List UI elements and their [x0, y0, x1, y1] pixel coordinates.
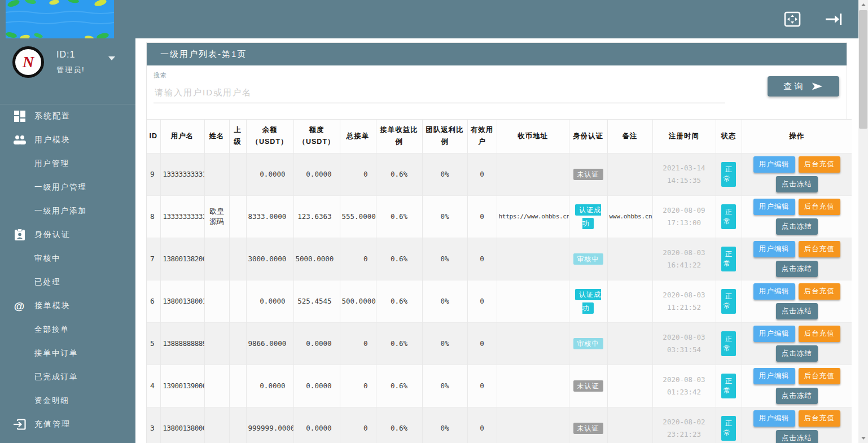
- cell-auth: 未认证: [569, 407, 607, 443]
- cell-status: 正常: [716, 280, 742, 322]
- column-header: 注册时间: [652, 120, 716, 153]
- column-header: 用户名: [160, 120, 204, 153]
- cell-id: 6: [147, 280, 160, 322]
- auth-status-badge: 认证成功: [575, 289, 601, 314]
- scroll-down-button[interactable]: [858, 433, 868, 443]
- cell-auth: 未认证: [569, 365, 607, 407]
- backend-recharge-button[interactable]: 后台充值: [799, 283, 840, 300]
- cell-id: 3: [147, 407, 160, 443]
- backend-recharge-button[interactable]: 后台充值: [799, 410, 840, 427]
- user-profile[interactable]: N ID:1 管理员!: [0, 38, 135, 88]
- user-edit-button[interactable]: 用户编辑: [753, 283, 795, 300]
- cell-status: 正常: [716, 238, 742, 280]
- cell-total-orders: 0: [340, 322, 376, 365]
- cell-quota: 123.6363: [293, 195, 340, 238]
- sidebar-item-label: 全部接单: [34, 324, 69, 335]
- cell-team-rate: 0%: [422, 365, 467, 407]
- cell-username: 13333333331: [160, 153, 204, 195]
- cell-username: 13800138200: [160, 238, 204, 280]
- sidebar-item-13[interactable]: 充值管理: [0, 413, 135, 436]
- sidebar-item-7[interactable]: 已处理: [0, 270, 135, 294]
- sidebar-item-8[interactable]: @接单模块: [0, 294, 135, 318]
- recharge-icon: [12, 418, 27, 431]
- user-edit-button[interactable]: 用户编辑: [753, 156, 795, 173]
- cell-name: [204, 238, 229, 280]
- freeze-button[interactable]: 点击冻结: [776, 218, 818, 235]
- auth-status-badge: 审核中: [573, 253, 603, 265]
- status-badge: 正常: [721, 289, 736, 314]
- sidebar-item-3[interactable]: 一级用户管理: [0, 176, 135, 199]
- cell-balance: 8333.0000: [246, 195, 293, 238]
- send-icon: [811, 81, 823, 91]
- cell-name: [204, 280, 229, 322]
- user-edit-button[interactable]: 用户编辑: [753, 410, 795, 427]
- sidebar-item-10[interactable]: 接单中订单: [0, 341, 135, 365]
- column-header: 备注: [607, 120, 652, 153]
- backend-recharge-button[interactable]: 后台充值: [799, 199, 840, 215]
- freeze-button[interactable]: 点击冻结: [776, 261, 818, 277]
- sidebar-item-4[interactable]: 一级用户添加: [0, 199, 135, 223]
- freeze-button[interactable]: 点击冻结: [776, 176, 818, 192]
- cell-actions: 用户编辑后台充值点击冻结: [742, 153, 852, 195]
- sidebar-item-label: 一级用户添加: [34, 206, 87, 216]
- column-header: 状态: [716, 120, 742, 153]
- sidebar-item-2[interactable]: 用户管理: [0, 152, 135, 176]
- search-input[interactable]: [154, 84, 725, 103]
- cell-valid-users: 0: [467, 195, 497, 238]
- cell-address: [497, 365, 569, 407]
- sidebar-item-9[interactable]: 全部接单: [0, 318, 135, 341]
- user-edit-button[interactable]: 用户编辑: [753, 199, 795, 215]
- sidebar-item-6[interactable]: 审核中: [0, 247, 135, 270]
- search-label: 搜索: [154, 71, 840, 80]
- scroll-up-button[interactable]: [858, 0, 868, 10]
- sidebar-item-11[interactable]: 已完成订单: [0, 365, 135, 389]
- user-edit-button[interactable]: 用户编辑: [753, 326, 795, 342]
- column-header: 额度（USDT）: [293, 120, 340, 153]
- freeze-button[interactable]: 点击冻结: [776, 345, 818, 362]
- user-edit-button[interactable]: 用户编辑: [753, 368, 795, 384]
- logout-icon[interactable]: [825, 12, 843, 26]
- freeze-button[interactable]: 点击冻结: [776, 388, 818, 404]
- status-badge: 正常: [721, 247, 736, 271]
- cell-name: 欧皇源码: [204, 195, 229, 238]
- cell-order-rate: 0.6%: [376, 195, 422, 238]
- cell-status: 正常: [716, 195, 742, 238]
- cell-valid-users: 0: [467, 153, 497, 195]
- query-button-label: 查询: [784, 81, 805, 92]
- cell-id: 7: [147, 238, 160, 280]
- cell-order-rate: 0.6%: [376, 322, 422, 365]
- cell-quota: 0.0000: [293, 407, 340, 443]
- caret-down-icon: [108, 56, 115, 60]
- column-header: 姓名: [204, 120, 229, 153]
- scrollbar-thumb[interactable]: [859, 10, 867, 129]
- cell-valid-users: 0: [467, 238, 497, 280]
- cell-auth: 审核中: [569, 238, 607, 280]
- grid-icon: [12, 110, 27, 122]
- cell-reg-time: 2020-08-0917:13:00: [652, 195, 716, 238]
- cell-remark: www.ohbbs.cn: [607, 195, 652, 238]
- sidebar-item-5[interactable]: 身份认证: [0, 223, 135, 247]
- status-badge: 正常: [721, 374, 736, 398]
- column-header: 接单收益比例: [376, 120, 422, 153]
- backend-recharge-button[interactable]: 后台充值: [799, 156, 840, 173]
- sidebar-item-1[interactable]: 用户模块: [0, 128, 135, 152]
- user-edit-button[interactable]: 用户编辑: [753, 241, 795, 257]
- backend-recharge-button[interactable]: 后台充值: [799, 241, 840, 257]
- cell-order-rate: 0.6%: [376, 280, 422, 322]
- fullscreen-icon[interactable]: [784, 11, 801, 27]
- backend-recharge-button[interactable]: 后台充值: [799, 326, 840, 342]
- cell-address: [497, 153, 569, 195]
- status-badge: 正常: [721, 331, 736, 356]
- sidebar-item-0[interactable]: 系统配置: [0, 104, 135, 128]
- vertical-scrollbar[interactable]: [858, 0, 868, 443]
- cell-parent: [229, 322, 246, 365]
- cell-balance: 999999.0000: [246, 407, 293, 443]
- backend-recharge-button[interactable]: 后台充值: [799, 368, 840, 384]
- freeze-button[interactable]: 点击冻结: [776, 430, 818, 443]
- query-button[interactable]: 查询: [768, 76, 839, 97]
- sidebar-item-12[interactable]: 资金明细: [0, 389, 135, 413]
- freeze-button[interactable]: 点击冻结: [776, 303, 818, 319]
- status-badge: 正常: [721, 416, 736, 441]
- cell-address: [497, 238, 569, 280]
- cell-name: [204, 153, 229, 195]
